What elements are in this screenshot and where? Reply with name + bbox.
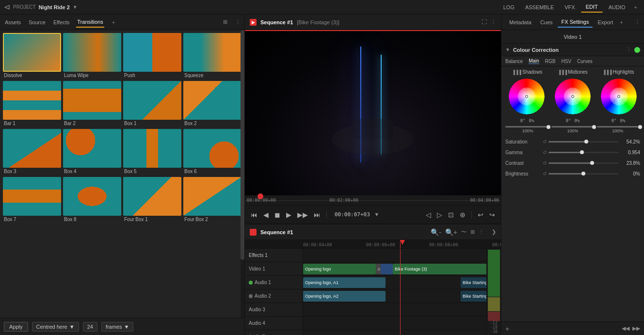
grid-view-icon[interactable]: ⊞ (223, 19, 227, 25)
scrollbar-thumb[interactable] (241, 30, 244, 260)
duration-input[interactable]: 24 (83, 322, 97, 332)
back-icon[interactable]: ⊲ (4, 2, 10, 12)
in-point-button[interactable]: ◁ (424, 210, 433, 219)
nav-edit[interactable]: EDIT (581, 2, 603, 13)
nav-log[interactable]: LOG (499, 2, 519, 12)
cc-more-icon[interactable]: ⋮ (626, 47, 631, 53)
gamma-slider[interactable] (548, 152, 619, 153)
brightness-thumb[interactable] (581, 172, 585, 175)
add-effect-icon[interactable]: + (505, 325, 509, 333)
right-tab-add-icon[interactable]: + (620, 19, 623, 25)
subtab-curves[interactable]: Curves (577, 59, 593, 64)
transition-item-box4[interactable]: Box 4 (63, 129, 121, 175)
shadows-wheel[interactable] (509, 79, 545, 114)
tab-source[interactable]: Source (28, 17, 47, 27)
transition-item-bar1[interactable]: Bar 1 (3, 81, 61, 127)
brightness-reset-icon[interactable]: ↺ (543, 171, 547, 176)
play-button[interactable]: ▶ (284, 210, 293, 219)
project-dropdown-icon[interactable]: ▼ (73, 4, 78, 10)
transition-item-bar2[interactable]: Bar 2 (63, 81, 121, 127)
saturation-slider[interactable] (548, 141, 619, 143)
gamma-thumb[interactable] (580, 150, 584, 154)
snap-icon[interactable]: ⊞ (470, 229, 475, 235)
contrast-slider[interactable] (548, 162, 619, 164)
transition-item-fourbox2[interactable]: Four Box 2 (183, 177, 242, 223)
midtones-wheel[interactable] (555, 79, 591, 114)
subtab-balance[interactable]: Balance (505, 59, 523, 64)
waveform-icon[interactable]: 〜 (461, 228, 467, 236)
nav-add-icon[interactable]: + (631, 2, 640, 12)
audio2-enable-dot[interactable] (249, 294, 253, 298)
clip-bike-footage-3[interactable]: Bike Footage (3) (393, 264, 486, 274)
fullscreen-icon[interactable]: ⛶ (482, 19, 487, 25)
tab-effects[interactable]: Effects (52, 17, 70, 27)
sync-button[interactable]: ⊛ (458, 210, 467, 219)
preview-more-icon[interactable]: ⋮ (491, 19, 496, 25)
contrast-reset-icon[interactable]: ↺ (543, 160, 547, 166)
next-frame-button[interactable]: ▶▶ (295, 210, 310, 219)
saturation-reset-icon[interactable]: ↺ (543, 139, 547, 144)
clip-thumb1[interactable] (381, 264, 393, 274)
transition-item-box7[interactable]: Box 7 (3, 177, 61, 223)
midtones-master-thumb[interactable] (592, 125, 596, 129)
out-point-button[interactable]: ▷ (435, 210, 444, 219)
shadows-master-thumb[interactable] (547, 125, 550, 129)
brightness-slider[interactable] (548, 173, 619, 175)
saturation-thumb[interactable] (584, 140, 588, 144)
subtab-rgb[interactable]: RGB (545, 59, 556, 64)
clip-opening-logo[interactable]: Opening logo (303, 264, 376, 274)
tab-transitions[interactable]: Transitions (76, 17, 104, 28)
tab-fx-settings[interactable]: FX Settings (558, 17, 593, 28)
nav-vfx[interactable]: VFX (560, 2, 580, 12)
match-frame-button[interactable]: ⊡ (446, 210, 456, 219)
highlights-master-thumb[interactable] (638, 125, 642, 129)
tab-assets[interactable]: Assets (4, 17, 22, 27)
prev-frame-button[interactable]: ◀ (261, 210, 271, 219)
next-effect-icon[interactable]: ▶▶ (632, 325, 640, 332)
transition-item-squeeze[interactable]: Squeeze (183, 33, 242, 79)
right-panel-more-icon[interactable]: ⋮ (635, 19, 640, 25)
clip-bike-starting-a2[interactable]: Bike Starting, A2 (461, 291, 486, 302)
panel-more-icon[interactable]: ⋮ (235, 19, 241, 25)
transition-item-box8[interactable]: Box 8 (63, 177, 121, 223)
tab-export[interactable]: Export (594, 17, 617, 27)
transition-item-box1[interactable]: Box 1 (123, 81, 181, 127)
tab-add-icon[interactable]: + (112, 19, 115, 25)
highlights-master-track[interactable] (597, 126, 640, 128)
centered-dropdown[interactable]: Centred here ▼ (32, 322, 79, 332)
subtab-hsv[interactable]: HSV (562, 59, 572, 64)
transition-item-box5[interactable]: Box 5 (123, 129, 181, 175)
transition-item-box2[interactable]: Box 2 (183, 81, 242, 127)
midtones-master-track[interactable] (551, 126, 595, 128)
skip-end-button[interactable]: ⏭ (312, 210, 322, 219)
clip-opening-logo-a2[interactable]: Opening logo, A2 (303, 291, 386, 302)
skip-start-button[interactable]: ⏮ (249, 210, 259, 219)
highlights-wheel[interactable] (601, 79, 637, 114)
timeline-more-icon[interactable]: ⋮ (479, 229, 484, 235)
redo-button[interactable]: ↪ (487, 210, 497, 219)
zoom-out-button[interactable]: 🔍- (431, 228, 441, 236)
gamma-reset-icon[interactable]: ↺ (543, 150, 547, 155)
prev-effect-icon[interactable]: ◀◀ (622, 325, 629, 332)
nav-audio[interactable]: AUDIO (604, 2, 630, 12)
transition-item-luma-wipe[interactable]: Luma Wipe (63, 33, 121, 79)
tab-cues[interactable]: Cues (536, 17, 557, 27)
undo-button[interactable]: ↩ (476, 210, 485, 219)
cc-enabled-dot[interactable] (634, 47, 640, 53)
clip-bike-starting-a1[interactable]: Bike Starting, A1 (461, 277, 486, 288)
stop-button[interactable]: ◼ (273, 210, 282, 219)
timecode-dropdown-icon[interactable]: ▼ (375, 211, 378, 218)
transition-item-dissolve[interactable]: Dissolve (3, 33, 61, 79)
cc-expand-icon[interactable]: ▼ (505, 47, 510, 52)
transition-item-push[interactable]: Push (123, 33, 181, 79)
shadows-master-track[interactable] (505, 126, 548, 128)
apply-button[interactable]: Apply (4, 322, 28, 332)
nav-assemble[interactable]: ASSEMBLE (520, 2, 559, 12)
zoom-in-button[interactable]: 🔍+ (445, 228, 457, 236)
transition-item-fourbox1[interactable]: Four Box 1 (123, 177, 181, 223)
subtab-main[interactable]: Main (529, 58, 539, 64)
frames-dropdown[interactable]: frames ▼ (101, 322, 134, 332)
clip-opening-logo-a1[interactable]: Opening logo, A1 (303, 277, 386, 288)
collapse-timeline-icon[interactable]: ❯ (492, 229, 496, 235)
tab-metadata[interactable]: Metadata (505, 17, 535, 27)
